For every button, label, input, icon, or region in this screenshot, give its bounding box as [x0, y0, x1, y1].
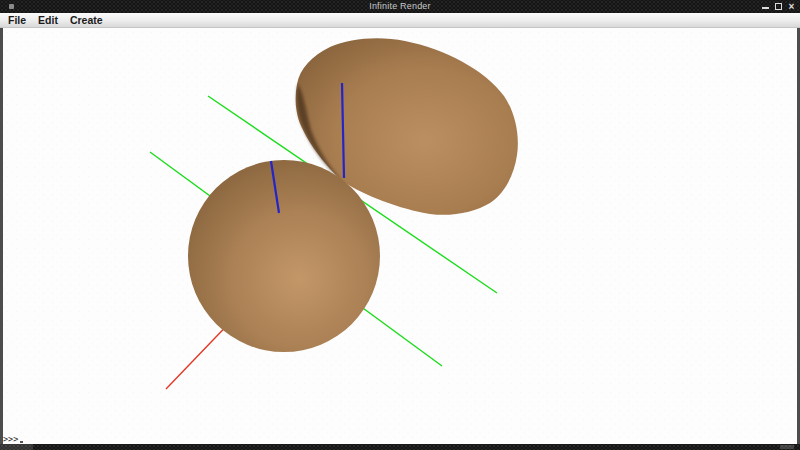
bottom-bar-segment	[0, 444, 33, 450]
viewport-canvas[interactable]	[3, 28, 797, 444]
title-bar[interactable]: Infinite Render ×	[0, 0, 800, 13]
window-title: Infinite Render	[0, 0, 800, 13]
minimize-button[interactable]	[761, 2, 770, 11]
bottom-bar	[0, 444, 800, 450]
app-window: Infinite Render × File Edit Create >>>	[0, 0, 800, 450]
window-controls: ×	[761, 0, 796, 13]
menu-edit[interactable]: Edit	[32, 13, 64, 28]
menu-create[interactable]: Create	[64, 13, 109, 28]
close-button[interactable]: ×	[787, 2, 796, 11]
resize-grip[interactable]	[780, 445, 794, 449]
console-prompt: >>>	[3, 434, 18, 444]
console-row[interactable]: >>>	[3, 434, 23, 444]
text-cursor	[20, 441, 23, 443]
menu-file[interactable]: File	[2, 13, 32, 28]
sphere-object[interactable]	[188, 160, 380, 352]
menu-bar: File Edit Create	[0, 13, 800, 28]
maximize-button[interactable]	[774, 2, 783, 11]
scene-svg[interactable]	[3, 28, 797, 444]
